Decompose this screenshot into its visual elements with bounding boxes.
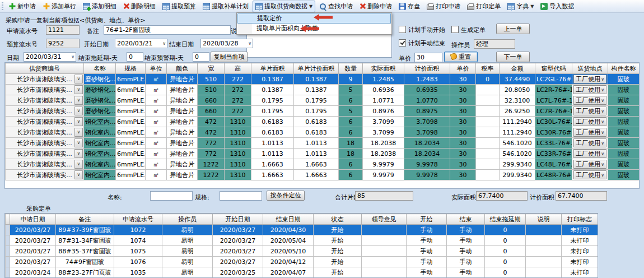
cell[interactable]: 1272 xyxy=(198,170,225,180)
next-order-button[interactable]: 下一单 xyxy=(496,52,530,62)
cell[interactable] xyxy=(476,106,500,117)
cell[interactable]: 18.2034 xyxy=(404,138,450,149)
cell[interactable]: LC2R-76#-1F xyxy=(535,85,572,95)
cell[interactable]: 异地合片 xyxy=(167,117,198,127)
cell[interactable]: LC30L-76#... xyxy=(535,117,572,127)
cell[interactable]: 手动 xyxy=(447,246,485,257)
end-date-select[interactable]: 2020/03/28∨ xyxy=(200,39,253,48)
cell[interactable]: 1035 xyxy=(114,267,162,278)
cell[interactable]: 1.2485 xyxy=(363,74,404,85)
cell[interactable] xyxy=(362,225,407,235)
cell[interactable] xyxy=(362,257,407,267)
order-table-row[interactable]: 2020/03/2787#31-34F窗固玻1074易明2020/03/2720… xyxy=(6,235,598,246)
cell[interactable]: 手动 xyxy=(447,257,485,267)
cell[interactable]: LC33L-76#... xyxy=(535,138,572,149)
supplier-dropdown-button[interactable]: ∨ xyxy=(74,85,83,94)
manual-start-checkbox[interactable]: 计划手动开始 xyxy=(399,26,445,34)
filter-spec-input[interactable] xyxy=(220,191,262,201)
toolbar-button-print-order[interactable]: 打印定单 xyxy=(464,1,503,12)
cell[interactable]: 6mmPLE... xyxy=(116,159,146,170)
supplier-dropdown-button[interactable]: ∨ xyxy=(74,75,83,84)
cell[interactable] xyxy=(476,159,500,170)
delivery-location-cell[interactable]: 工厂使用∨ xyxy=(572,127,608,138)
cell[interactable]: 37.4490 xyxy=(500,74,535,85)
cell[interactable]: 2020/04/30 xyxy=(263,225,314,235)
cell[interactable] xyxy=(476,149,500,159)
column-header[interactable]: 备注 xyxy=(56,214,114,225)
cell[interactable]: 磨砂钢化... xyxy=(84,95,116,106)
cell[interactable]: 2020/03/25 xyxy=(213,267,263,278)
cell[interactable]: 手动 xyxy=(447,267,485,278)
cell[interactable]: 0.1387 xyxy=(251,85,294,95)
toolbar-button-dictionary[interactable]: 字典▼ xyxy=(505,1,536,12)
cell[interactable]: 固玻 xyxy=(608,117,640,127)
cell[interactable]: 异地合片 xyxy=(167,159,198,170)
cell[interactable]: 固玻 xyxy=(608,170,640,180)
cell[interactable]: 30 xyxy=(450,170,476,180)
row-indicator[interactable] xyxy=(6,225,10,235)
cell[interactable]: 1072 xyxy=(114,225,162,235)
cell[interactable]: 固玻 xyxy=(608,138,640,149)
cell[interactable]: 111.2940 xyxy=(500,117,535,127)
delivery-location-cell[interactable]: 工厂使用∨ xyxy=(572,85,608,95)
delivery-location-cell[interactable]: 工厂使用∨ xyxy=(572,74,608,85)
toolbar-button-save[interactable]: 存盘 xyxy=(396,1,423,12)
cell[interactable]: 5 xyxy=(339,85,363,95)
delivery-location-cell[interactable]: 工厂使用∨ xyxy=(572,117,608,127)
delivery-location-combo[interactable]: 工厂使用∨ xyxy=(573,160,606,169)
cell[interactable]: 开始 xyxy=(314,257,362,267)
cell[interactable]: 手动 xyxy=(447,225,485,235)
cell[interactable]: ㎡ xyxy=(146,85,167,95)
cell[interactable]: 30 xyxy=(450,127,476,138)
cell[interactable]: ㎡ xyxy=(146,95,167,106)
cell[interactable]: LC48R-76#... xyxy=(535,170,572,180)
column-header[interactable]: 申请日期 xyxy=(10,214,56,225)
delivery-location-combo[interactable]: 工厂使用∨ xyxy=(573,128,606,137)
column-header[interactable]: 单价 xyxy=(450,63,476,74)
supplier-dropdown-button[interactable]: ∨ xyxy=(74,149,83,158)
cell[interactable]: 3.7098 xyxy=(404,127,450,138)
column-header[interactable]: 领导意见 xyxy=(362,214,407,225)
cell[interactable]: 2020/05/10 xyxy=(263,246,314,257)
cell[interactable]: 1310 xyxy=(225,117,251,127)
order-table-row[interactable]: 2020/03/2488#23-27F门页玻1035易明2020/03/2520… xyxy=(6,267,598,278)
supplier-combo-cell[interactable]: 长沙市潇湘玻璃实...∨ xyxy=(6,106,84,117)
cell[interactable] xyxy=(526,225,562,235)
column-header[interactable]: 说明 xyxy=(526,214,562,225)
reset-button[interactable]: 重置 xyxy=(444,52,478,62)
generate-order-checkbox[interactable]: 生成定单 xyxy=(451,26,486,34)
delivery-location-combo[interactable]: 工厂使用∨ xyxy=(573,96,606,105)
cell[interactable]: 18.2038 xyxy=(363,138,404,149)
column-header[interactable]: 状态 xyxy=(314,214,362,225)
column-header[interactable]: 单片面积 xyxy=(251,63,294,74)
supplier-dropdown-button[interactable]: ∨ xyxy=(74,96,83,105)
column-header[interactable]: 打印标志 xyxy=(562,214,598,225)
cell[interactable]: 0 xyxy=(485,225,526,235)
column-header[interactable]: 计价面积 xyxy=(404,63,450,74)
cell[interactable]: 未打印 xyxy=(562,267,598,278)
cell[interactable] xyxy=(362,267,407,278)
cell[interactable]: 1075 xyxy=(114,246,162,257)
cell[interactable] xyxy=(476,117,500,127)
delivery-location-cell[interactable]: 工厂使用∨ xyxy=(572,149,608,159)
cell[interactable]: ㎡ xyxy=(146,127,167,138)
order-table-row[interactable]: 2020/03/2789#37-39F窗固玻1072易明2020/03/2720… xyxy=(6,225,598,235)
cell[interactable]: 32.3100 xyxy=(500,95,535,106)
cell[interactable]: 手动 xyxy=(447,235,485,246)
cell[interactable]: 772 xyxy=(198,138,225,149)
cell[interactable]: 1.6663 xyxy=(251,170,294,180)
supplier-table-row[interactable]: 长沙市潇湘玻璃实...∨钢化室内...6mmPLE...㎡异地合片4721310… xyxy=(6,127,640,138)
column-header[interactable]: 窗型代码 xyxy=(535,63,572,74)
cell[interactable]: 异地合片 xyxy=(167,127,198,138)
cell[interactable]: 0 xyxy=(476,74,500,85)
cell[interactable]: 18.2038 xyxy=(363,149,404,159)
cell[interactable]: 异地合片 xyxy=(167,170,198,180)
cell[interactable]: 1310 xyxy=(225,149,251,159)
cell[interactable]: 2020/03/27 xyxy=(213,235,263,246)
cell[interactable]: 1.0771 xyxy=(363,95,404,106)
cell[interactable] xyxy=(362,246,407,257)
cell[interactable]: 3.7099 xyxy=(363,117,404,127)
end-warning-field[interactable]: 0 xyxy=(193,52,209,62)
cell[interactable] xyxy=(526,257,562,267)
column-header[interactable]: 结束 xyxy=(447,214,485,225)
